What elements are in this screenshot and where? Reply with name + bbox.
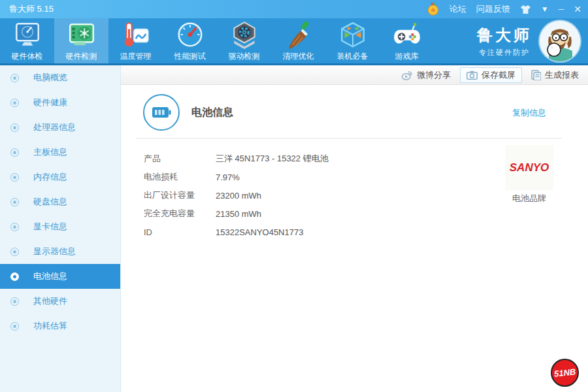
brand-area: 鲁大师 专注硬件防护 [477, 18, 580, 63]
radio-bullet-icon [10, 322, 19, 331]
ludashi-window: 鲁大师 5.15 论坛 问题反馈 ▼ ─ ✕ [0, 0, 588, 392]
sidebar-item-label: 硬盘信息 [33, 196, 67, 208]
sidebar-item-hardware-health[interactable]: 硬件健康 [0, 90, 120, 115]
row-label: 产品 [144, 153, 216, 165]
battery-brand-caption: 电池品牌 [502, 193, 556, 204]
row-value: 三洋 45N1773 - 15322 锂电池 [216, 153, 329, 165]
sidebar-item-memory-info[interactable]: 内存信息 [0, 165, 120, 189]
tab-label: 装机必备 [337, 51, 368, 62]
row-value: 15322SANYO45N1773 [216, 227, 303, 237]
save-screenshot-button[interactable]: 保存截屏 [460, 67, 522, 83]
tab-label: 硬件检测 [66, 51, 97, 62]
sidebar-item-label: 处理器信息 [33, 122, 76, 133]
medal-icon[interactable] [427, 3, 440, 16]
sidebar-item-power-estimate[interactable]: 功耗估算 [0, 314, 120, 338]
main-toolbar: 硬件体检 硬件检测 [0, 18, 588, 65]
tab-label: 游戏库 [395, 51, 419, 62]
tab-hardware-detect[interactable]: 硬件检测 [54, 18, 108, 63]
tab-label: 清理优化 [283, 51, 314, 62]
radio-bullet-icon [10, 148, 19, 157]
forum-link[interactable]: 论坛 [449, 3, 466, 15]
sidebar-item-label: 电池信息 [33, 270, 67, 282]
tab-label: 驱动检测 [229, 51, 260, 62]
row-value: 7.97% [216, 172, 240, 182]
table-row-full-charge-capacity: 完全充电容量 21350 mWh [144, 204, 329, 223]
sidebar-item-disk-info[interactable]: 硬盘信息 [0, 189, 120, 214]
tab-cleanup[interactable]: 清理优化 [271, 18, 325, 63]
mascot-avatar[interactable] [540, 21, 580, 61]
radio-bullet-icon [10, 248, 19, 256]
tab-label: 温度管理 [120, 51, 152, 62]
tab-temperature[interactable]: 温度管理 [108, 18, 163, 63]
generate-report-button[interactable]: 生成报表 [531, 69, 579, 81]
sidebar-item-label: 电脑概览 [33, 72, 67, 84]
mascot-icon [540, 21, 580, 61]
window-title: 鲁大师 5.15 [9, 3, 54, 15]
monitor-radar-icon [12, 20, 42, 50]
minimize-button[interactable]: ─ [559, 5, 564, 13]
copy-info-link[interactable]: 复制信息 [512, 107, 546, 119]
weibo-share-button[interactable]: 微博分享 [401, 69, 451, 81]
battery-info-table: 产品 三洋 45N1773 - 15322 锂电池 电池损耗 7.97% 出厂设… [144, 150, 329, 241]
page-title: 电池信息 [191, 106, 233, 120]
tab-driver-detect[interactable]: 驱动检测 [217, 18, 271, 63]
divider [136, 138, 562, 139]
gpu-card-icon [67, 20, 97, 50]
driver-gear-icon [229, 20, 259, 50]
radio-bullet-icon [10, 74, 19, 82]
battery-icon [152, 106, 171, 118]
row-label: 电池损耗 [144, 171, 216, 183]
radio-bullet-icon [10, 99, 19, 107]
battery-circle-icon [143, 94, 180, 131]
sidebar-item-gpu-info[interactable]: 显卡信息 [0, 214, 120, 239]
broom-icon [284, 20, 314, 50]
sanyo-logo: SANYO [510, 161, 549, 174]
sidebar-item-label: 主板信息 [33, 146, 67, 158]
row-value: 23200 mWh [216, 191, 261, 201]
sidebar-item-monitor-info[interactable]: 显示器信息 [0, 239, 120, 264]
weibo-share-label: 微博分享 [417, 69, 451, 81]
cube-icon [338, 20, 368, 50]
weibo-icon [401, 70, 413, 80]
battery-info-panel: 电池信息 复制信息 产品 三洋 45N1773 - 15322 锂电池 电池损耗… [122, 86, 588, 392]
radio-bullet-icon [10, 198, 19, 206]
brand-name: 鲁大师 [477, 25, 532, 46]
row-label: 完全充电容量 [144, 208, 216, 220]
tab-game-library[interactable]: 游戏库 [380, 18, 434, 63]
sidebar-item-label: 显示器信息 [33, 246, 76, 257]
thermometer-chart-icon [121, 20, 151, 50]
gauge-icon [175, 20, 205, 50]
brand-tagline: 专注硬件防护 [477, 48, 532, 57]
sidebar: 电脑概览 硬件健康 处理器信息 主板信息 内存信息 硬盘信息 显卡信息 显示器 [0, 65, 121, 392]
tab-build-essentials[interactable]: 装机必备 [325, 18, 380, 63]
tab-performance[interactable]: 性能测试 [163, 18, 217, 63]
close-button[interactable]: ✕ [574, 5, 581, 14]
tab-label: 硬件体检 [12, 51, 43, 62]
radio-bullet-icon [10, 123, 19, 132]
51nb-watermark-logo: 51NB [551, 359, 579, 387]
feedback-link[interactable]: 问题反馈 [476, 3, 510, 15]
row-label: ID [144, 227, 216, 237]
menu-dropdown-icon[interactable]: ▼ [541, 5, 549, 13]
save-screenshot-label: 保存截屏 [482, 69, 515, 81]
sidebar-item-processor-info[interactable]: 处理器信息 [0, 115, 120, 140]
sidebar-item-label: 硬件健康 [33, 97, 67, 108]
sidebar-item-label: 显卡信息 [33, 221, 67, 233]
report-icon [531, 70, 541, 80]
radio-bullet-icon [10, 297, 19, 306]
generate-report-label: 生成报表 [545, 69, 579, 81]
row-value: 21350 mWh [216, 209, 261, 219]
radio-bullet-icon [10, 223, 19, 231]
sub-toolbar: 微博分享 保存截屏 生成报表 [121, 65, 588, 85]
watermark-text: 51NB [553, 367, 576, 378]
table-row-wear-level: 电池损耗 7.97% [144, 168, 329, 186]
sidebar-item-battery-info[interactable]: 电池信息 [0, 264, 120, 289]
sidebar-item-computer-overview[interactable]: 电脑概览 [0, 65, 120, 90]
skin-icon[interactable] [520, 5, 531, 14]
tab-label: 性能测试 [174, 51, 206, 62]
sidebar-item-motherboard-info[interactable]: 主板信息 [0, 140, 120, 165]
tab-hardware-checkup[interactable]: 硬件体检 [0, 18, 54, 63]
sidebar-item-label: 内存信息 [33, 171, 67, 183]
table-row-design-capacity: 出厂设计容量 23200 mWh [144, 186, 329, 204]
sidebar-item-other-hardware[interactable]: 其他硬件 [0, 289, 120, 314]
